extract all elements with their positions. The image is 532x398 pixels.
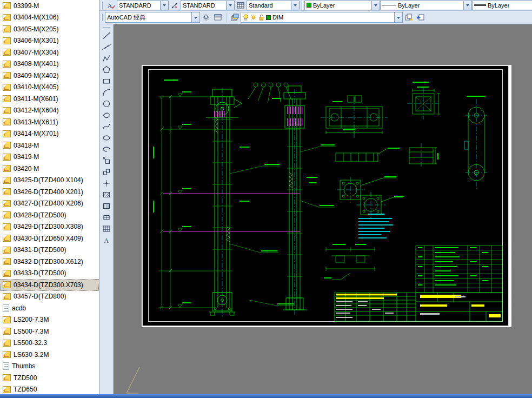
text-style-manager-button[interactable]: A: [105, 0, 117, 11]
layer-control-combo[interactable]: DIM: [241, 12, 403, 23]
dropdown-arrow-icon[interactable]: [394, 12, 402, 22]
spline-tool-button[interactable]: [101, 121, 112, 132]
file-list-item[interactable]: 03410-M(X405): [0, 82, 99, 94]
toolbar-grip[interactable]: [101, 14, 103, 21]
file-list-item[interactable]: TZD650: [0, 384, 99, 395]
table-style-combo[interactable]: Standard: [247, 1, 300, 10]
save-workspace-button[interactable]: [212, 12, 224, 23]
file-list-item[interactable]: 03405-M(X205): [0, 23, 99, 35]
revision-cloud-icon: [102, 111, 111, 120]
file-list-item[interactable]: 03428-D(TZD500): [0, 209, 99, 221]
workspace-combo[interactable]: AutoCAD 经典: [105, 12, 200, 23]
layer-states-button[interactable]: [403, 12, 415, 23]
file-list-item[interactable]: 03412-M(X604): [0, 105, 99, 117]
file-list-item[interactable]: 03431-D(TZD500): [0, 244, 99, 256]
file-list-item[interactable]: 03432-D(TZD300.X612): [0, 256, 99, 268]
circle-tool-button[interactable]: [101, 98, 112, 109]
dropdown-arrow-icon[interactable]: [371, 1, 380, 10]
region-icon: [102, 213, 111, 222]
file-label: 03429-D(TZD300.X308): [14, 223, 83, 230]
toolbar-grip[interactable]: [103, 26, 110, 28]
layers-stack-icon: [230, 13, 239, 22]
table-style-manager-button[interactable]: [235, 0, 247, 11]
text-style-combo[interactable]: STANDARD: [117, 1, 169, 10]
arc-tool-button[interactable]: [101, 87, 112, 98]
file-list-item[interactable]: 03430-D(TZD650 X409): [0, 233, 99, 244]
polyline-tool-button[interactable]: [101, 52, 112, 64]
drawing-sheet[interactable]: [142, 65, 511, 327]
file-list-item[interactable]: 03457-D(TZD800): [0, 291, 99, 303]
file-list-item[interactable]: 03434-D(TZD300.X703): [0, 279, 99, 291]
ellipse-arc-tool-button[interactable]: [101, 143, 112, 155]
dropdown-arrow-icon[interactable]: [226, 1, 234, 10]
toolbar-grip[interactable]: [101, 2, 103, 9]
region-tool-button[interactable]: [101, 211, 112, 223]
file-list-item[interactable]: 03418-M: [0, 140, 99, 151]
lineweight-control-combo[interactable]: ByLayer: [472, 1, 532, 10]
file-list-item[interactable]: LS500-32.3: [0, 337, 99, 349]
multiline-text-tool-button[interactable]: A: [101, 234, 112, 246]
point-tool-button[interactable]: [101, 177, 112, 189]
ellipse-tool-button[interactable]: [101, 132, 112, 143]
file-list-item[interactable]: 03425-D(TZD400 X104): [0, 175, 99, 187]
line-tool-button[interactable]: [101, 30, 112, 41]
file-list-item[interactable]: 03429-D(TZD300.X308): [0, 221, 99, 233]
layer-states-icon: [404, 13, 413, 22]
file-list-item[interactable]: 03406-M(X301): [0, 35, 99, 47]
file-list-item[interactable]: 03411-M(X601): [0, 93, 99, 105]
file-list-item[interactable]: 03399-M: [0, 0, 99, 12]
file-label: acdb: [12, 304, 26, 312]
file-list-item[interactable]: 03419-M: [0, 151, 99, 163]
dropdown-arrow-icon[interactable]: [191, 12, 200, 22]
gradient-tool-button[interactable]: [101, 200, 112, 211]
layer-on-bulb-icon[interactable]: [243, 14, 249, 21]
file-list-item[interactable]: Thumbs: [0, 361, 99, 373]
file-list-item[interactable]: 03404-M(X106): [0, 12, 99, 24]
layer-thaw-sun-icon[interactable]: [250, 14, 257, 21]
make-block-tool-button[interactable]: [101, 166, 112, 177]
rectangle-tool-button[interactable]: [101, 75, 112, 87]
dropdown-arrow-icon[interactable]: [463, 1, 471, 10]
table-style-icon: [236, 1, 245, 10]
file-list-item[interactable]: 03420-M: [0, 163, 99, 175]
file-list-item[interactable]: acdb: [0, 302, 99, 314]
file-label: 03425-D(TZD400 X104): [14, 176, 83, 184]
linetype-control-combo[interactable]: ByLayer: [380, 1, 472, 10]
ucs-icon: [121, 366, 145, 394]
dim-style-combo[interactable]: STANDARD: [181, 1, 235, 10]
file-list-item[interactable]: 03408-M(X401): [0, 58, 99, 70]
file-list-item[interactable]: 03407-M(X304): [0, 47, 99, 58]
dwg-file-icon: [3, 351, 11, 358]
file-list-item[interactable]: 03426-D(TZD400 X201): [0, 186, 99, 198]
dwg-file-icon: [3, 154, 11, 161]
dropdown-arrow-icon[interactable]: [160, 1, 168, 10]
file-list-item[interactable]: 03433-D(TZD500): [0, 268, 99, 280]
file-list-item[interactable]: LS200-7.3M: [0, 314, 99, 326]
construction-line-tool-button[interactable]: [101, 41, 112, 52]
insert-block-tool-button[interactable]: [101, 155, 112, 166]
app-window: 03399-M03404-M(X106)03405-M(X205)03406-M…: [0, 0, 532, 398]
file-list-item[interactable]: 03427-D(TZD400 X206): [0, 198, 99, 210]
file-list-item[interactable]: 03409-M(X402): [0, 70, 99, 82]
file-label: 03404-M(X106): [14, 14, 58, 21]
file-list-item[interactable]: 03414-M(X701): [0, 128, 99, 140]
drawing-canvas[interactable]: [114, 24, 532, 394]
layer-previous-button[interactable]: [415, 12, 427, 23]
layer-properties-button[interactable]: [229, 12, 241, 23]
dim-style-manager-button[interactable]: A: [169, 0, 181, 11]
revision-cloud-tool-button[interactable]: [101, 109, 112, 121]
layer-color-swatch-icon[interactable]: [266, 15, 271, 20]
workspace-settings-button[interactable]: [200, 12, 212, 23]
file-list-item[interactable]: LS630-3.2M: [0, 349, 99, 361]
layer-lock-icon[interactable]: [258, 14, 264, 21]
file-list-item[interactable]: LS500-7.3M: [0, 326, 99, 337]
table-tool-button[interactable]: [101, 223, 112, 234]
file-list-item[interactable]: 03413-M(X611): [0, 116, 99, 128]
color-control-combo[interactable]: ByLayer: [304, 1, 380, 10]
hatch-tool-button[interactable]: [101, 189, 112, 200]
dropdown-arrow-icon[interactable]: [291, 1, 299, 10]
polygon-tool-button[interactable]: [101, 64, 112, 75]
file-label: 03457-D(TZD800): [14, 293, 66, 300]
file-list-item[interactable]: TZD500: [0, 372, 99, 384]
dwg-file-icon: [3, 165, 11, 172]
